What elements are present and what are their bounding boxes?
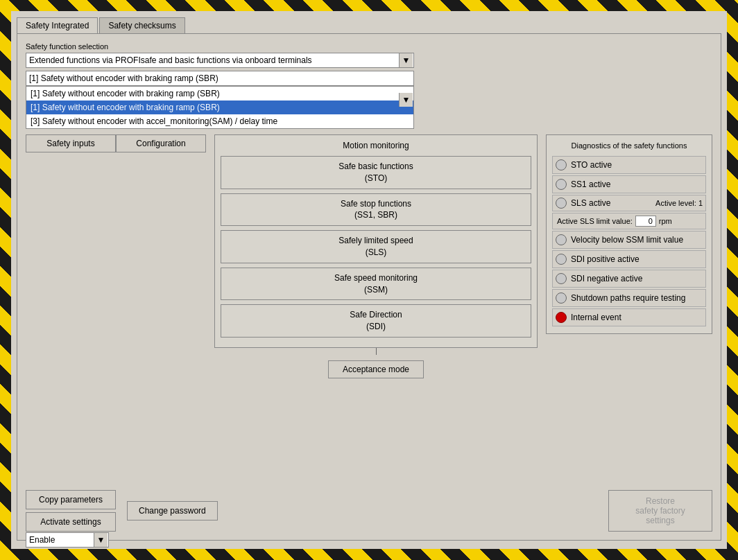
- dropdown-secondary[interactable]: [1] Safety without encoder with braking …: [26, 71, 414, 86]
- diag-ssm-velocity-indicator: [556, 234, 567, 245]
- diag-sto: STO active: [552, 156, 706, 174]
- function-sto-sublabel: (STO): [365, 173, 387, 183]
- center-panel-wrapper: Motion monitoring Safe basic functions (…: [214, 134, 538, 378]
- function-box-sto: Safe basic functions (STO): [221, 156, 531, 189]
- function-sls-sublabel: (SLS): [366, 247, 387, 257]
- dropdown-item-2[interactable]: [1] Safety without encoder with braking …: [26, 100, 413, 114]
- motion-monitoring-box: Motion monitoring Safe basic functions (…: [214, 134, 538, 348]
- safety-inputs-button[interactable]: Safety inputs: [26, 134, 116, 152]
- diag-sls: SLS active Active level: 1: [552, 195, 706, 211]
- sls-limit-label: Active SLS limit value:: [557, 217, 633, 225]
- diag-sdi-positive-label: SDI positive active: [571, 254, 640, 264]
- left-buttons: Copy parameters Activate settings: [26, 490, 116, 532]
- sls-limit-value: 0: [635, 216, 656, 227]
- function-sdi-label: Safe Direction: [350, 310, 402, 320]
- restore-factory-settings-button[interactable]: Restore safety factory settings: [608, 490, 712, 532]
- change-password-wrapper: Change password: [127, 501, 218, 520]
- center-panel: Motion monitoring Safe basic functions (…: [214, 134, 538, 548]
- diag-sto-indicator: [556, 159, 567, 170]
- function-sls-label: Safely limited speed: [338, 236, 413, 245]
- diag-ss1-label: SS1 active: [571, 180, 610, 189]
- diag-ssm-velocity: Velocity below SSM limit value: [552, 231, 706, 249]
- diag-internal-event: Internal event: [552, 308, 706, 326]
- change-password-button[interactable]: Change password: [127, 501, 218, 520]
- configuration-button[interactable]: Configuration: [116, 134, 206, 152]
- connector-line: [376, 348, 377, 355]
- diag-sdi-negative-label: SDI negative active: [571, 274, 642, 283]
- diag-internal-event-label: Internal event: [571, 313, 621, 322]
- tab-safety-integrated[interactable]: Safety Integrated: [17, 17, 98, 34]
- function-selection-dropdown-container: Extended functions via PROFIsafe and bas…: [26, 53, 414, 68]
- main-container: Safety Integrated Safety checksums Safet…: [11, 11, 727, 549]
- diag-ss1-indicator: [556, 179, 567, 190]
- diag-sdi-positive-indicator: [556, 254, 567, 265]
- diag-sls-level: Active level: 1: [655, 199, 703, 207]
- function-box-ss1: Safe stop functions (SS1, SBR): [221, 193, 531, 227]
- dropdown-list-container: [1] Safety without encoder with braking …: [26, 71, 414, 129]
- diag-ssm-velocity-label: Velocity below SSM limit value: [571, 235, 683, 245]
- diag-sdi-negative: SDI negative active: [552, 270, 706, 288]
- diag-sdi-negative-indicator: [556, 273, 567, 284]
- diag-sto-label: STO active: [571, 160, 612, 170]
- diag-sdi-positive: SDI positive active: [552, 250, 706, 268]
- dropdown-item-3[interactable]: [3] Safety without encoder with accel_mo…: [26, 114, 413, 128]
- diag-shutdown-label: Shutdown paths require testing: [571, 293, 685, 303]
- acceptance-mode-button[interactable]: Acceptance mode: [328, 360, 424, 378]
- left-section: Safety inputs Configuration Safety funct…: [26, 134, 206, 548]
- dropdown-list: [1] Safety without encoder with braking …: [26, 86, 414, 129]
- diagnostics-box: Diagnostics of the safety functions STO …: [546, 134, 712, 334]
- diag-sls-limit: Active SLS limit value: 0 rpm: [552, 213, 706, 229]
- diag-sls-active-level-label: Active level:: [655, 199, 696, 207]
- diag-sls-label: SLS active: [571, 198, 610, 208]
- enable-dropdown[interactable]: Enable: [26, 532, 109, 548]
- copy-parameters-button[interactable]: Copy parameters: [26, 490, 116, 509]
- function-sdi-sublabel: (SDI): [366, 322, 386, 331]
- function-box-sdi: Safe Direction (SDI): [221, 304, 531, 338]
- tab-safety-checksums[interactable]: Safety checksums: [99, 17, 184, 34]
- function-box-ssm: Safe speed monitoring (SSM): [221, 268, 531, 301]
- left-panel: Safety inputs Configuration Safety funct…: [26, 134, 206, 548]
- sls-limit-unit: rpm: [659, 217, 672, 225]
- right-panel: Diagnostics of the safety functions STO …: [546, 134, 712, 548]
- enable-dropdown-container: Enable ▼: [26, 532, 109, 548]
- spacer: [26, 158, 206, 516]
- activate-settings-button[interactable]: Activate settings: [26, 512, 116, 532]
- function-selection-section: Safety function selection Extended funct…: [26, 42, 712, 129]
- diag-internal-event-indicator: [556, 312, 567, 323]
- bottom-bar: Copy parameters Activate settings Change…: [26, 490, 712, 532]
- diag-sls-active-level-value: 1: [698, 199, 703, 207]
- tab-bar: Safety Integrated Safety checksums: [17, 17, 721, 33]
- content-area: Safety function selection Extended funct…: [17, 33, 721, 541]
- dropdown-item-1[interactable]: [1] Safety without encoder with braking …: [26, 87, 413, 100]
- diag-ss1: SS1 active: [552, 175, 706, 193]
- function-ssm-sublabel: (SSM): [364, 285, 388, 295]
- function-ss1-label: Safe stop functions: [341, 199, 411, 209]
- function-box-sls: Safely limited speed (SLS): [221, 230, 531, 263]
- diagnostics-title: Diagnostics of the safety functions: [552, 141, 706, 150]
- motion-monitoring-title: Motion monitoring: [221, 141, 531, 150]
- function-selection-label: Safety function selection: [26, 42, 712, 51]
- config-buttons: Safety inputs Configuration: [26, 134, 206, 152]
- function-ssm-label: Safe speed monitoring: [334, 273, 418, 283]
- diag-sls-indicator: [556, 198, 567, 209]
- function-sto-label: Safe basic functions: [338, 161, 413, 171]
- function-selection-dropdown[interactable]: Extended functions via PROFIsafe and bas…: [26, 53, 414, 68]
- diag-shutdown: Shutdown paths require testing: [552, 289, 706, 307]
- function-ss1-sublabel: (SS1, SBR): [354, 210, 397, 220]
- diag-shutdown-indicator: [556, 292, 567, 304]
- two-panel: Safety inputs Configuration Safety funct…: [26, 134, 712, 548]
